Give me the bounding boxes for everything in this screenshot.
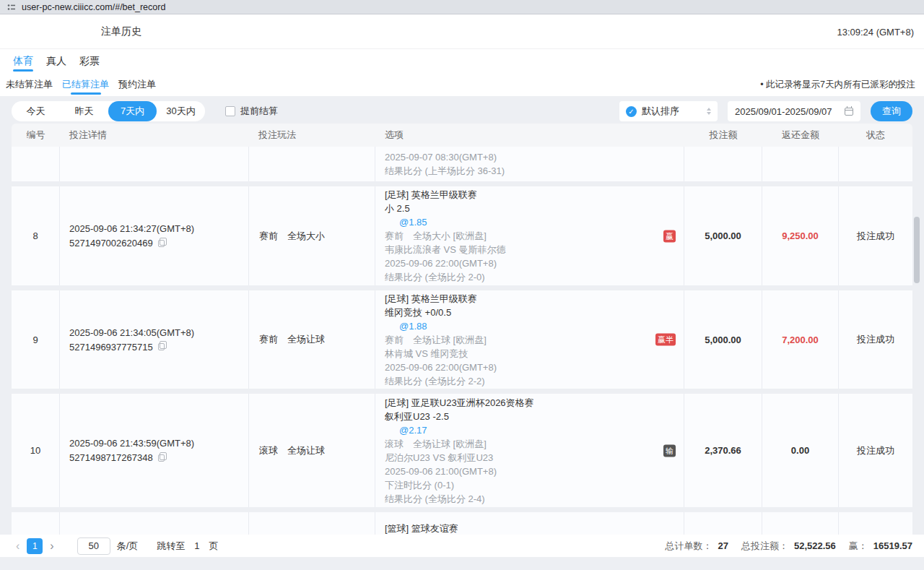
payout-cell: 7,200.00 — [762, 290, 839, 389]
early-settle-checkbox-wrap[interactable]: 提前结算 — [225, 105, 278, 118]
search-button[interactable]: 查询 — [871, 101, 912, 121]
option-meta-line: 结果比分 (全场比分 2-4) — [385, 492, 652, 506]
bet-detail-cell: 2025-09-06 21:34:05(GMT+8)52714969377757… — [60, 290, 249, 389]
option-meta-line: 结果比分 (全场比分 2-2) — [385, 374, 652, 388]
payout-cell — [762, 147, 839, 181]
bet-time: 2025-09-06 21:34:27(GMT+8) — [69, 223, 248, 234]
option-selection-line: 维冈竞技 +0/0.5@1.88 — [385, 306, 652, 333]
table-row: 82025-09-06 21:34:27(GMT+8)5271497002620… — [12, 186, 912, 285]
table-row: [篮球] 篮球友谊赛 — [12, 512, 912, 535]
option-title-line: [足球] 英格兰甲级联赛 — [385, 188, 652, 202]
option-title-line: [足球] 英格兰甲级联赛 — [385, 292, 652, 306]
bet-time: 2025-09-06 21:34:05(GMT+8) — [69, 327, 248, 338]
page-size-input[interactable] — [77, 537, 110, 555]
row-id-cell: 10 — [12, 394, 60, 507]
stake-cell: 5,000.00 — [684, 186, 762, 285]
option-title-line: [篮球] 篮球友谊赛 — [385, 522, 652, 535]
stake-cell: 5,000.00 — [684, 290, 762, 389]
current-page-button[interactable]: 1 — [27, 538, 43, 554]
status-cell: 投注成功 — [839, 186, 912, 285]
subtab-unsettled[interactable]: 未结算注单 — [6, 73, 53, 96]
tab-lottery[interactable]: 彩票 — [79, 49, 100, 73]
page-title: 注单历史 — [101, 25, 141, 38]
option-meta-line: 尼泊尔U23 VS 叙利亚U23 — [385, 451, 652, 465]
tab-sports[interactable]: 体育 — [13, 49, 33, 73]
option-meta-line: 2025-09-06 22:00(GMT+8) — [385, 360, 652, 374]
copy-icon[interactable] — [158, 343, 165, 350]
option-meta-line: 下注时比分 (0-1) — [385, 478, 652, 492]
option-meta-line: 结果比分 (全场比分 2-0) — [385, 270, 652, 284]
check-circle-icon: ✓ — [626, 106, 637, 117]
status-cell — [839, 147, 912, 181]
subtab-settled[interactable]: 已结算注单 — [62, 73, 109, 96]
status-subtabs: 未结算注单 已结算注单 预约注单 • 此记录将显示7天内所有已派彩的投注 — [0, 73, 924, 96]
status-cell: 投注成功 — [839, 394, 912, 507]
header-detail: 投注详情 — [60, 124, 249, 147]
pagination-bar: ‹ 1 › 条/页 跳转至 1 页 总计单数： 27 总投注额： 52,522.… — [0, 535, 924, 557]
record-notice: • 此记录将显示7天内所有已派彩的投注 — [760, 79, 915, 91]
quick-date-filters: 今天 昨天 7天内 30天内 — [12, 101, 205, 121]
subtab-reserved[interactable]: 预约注单 — [118, 73, 156, 96]
option-selection-line: 叙利亚U23 -2.5@2.17 — [385, 410, 652, 437]
category-tabs: 体育 真人 彩票 — [0, 49, 924, 73]
row-id-cell — [12, 147, 60, 181]
option-meta-line: 赛前 全场大小 [欧洲盘] — [385, 229, 652, 243]
table-header: 编号 投注详情 投注玩法 选项 投注额 返还金额 状态 — [12, 124, 912, 147]
bet-detail-cell: 2025-09-06 21:34:27(GMT+8)52714970026204… — [60, 186, 249, 285]
option-title-line: [足球] 亚足联U23亚洲杯2026资格赛 — [385, 396, 652, 410]
option-cell: 2025-09-07 08:30(GMT+8)结果比分 (上半场比分 36-31… — [375, 147, 684, 181]
filter-30days[interactable]: 30天内 — [157, 101, 205, 121]
option-meta-line: 林肯城 VS 维冈竞技 — [385, 347, 652, 360]
early-settle-label: 提前结算 — [240, 105, 278, 118]
copy-icon[interactable] — [158, 240, 165, 247]
play-type-cell — [249, 512, 375, 535]
prev-page-icon[interactable]: ‹ — [12, 540, 24, 552]
odds-value: @1.85 — [399, 215, 652, 229]
sorter-caret-icon — [707, 108, 711, 115]
header-id: 编号 — [12, 124, 60, 147]
vertical-scrollbar-thumb[interactable] — [914, 217, 920, 283]
option-meta-line: 结果比分 (上半场比分 36-31) — [385, 164, 652, 178]
bet-ticket-line: 5271498717267348 — [69, 452, 248, 463]
stake-cell — [684, 512, 762, 535]
payout-cell — [762, 512, 839, 535]
ticket-number: 5271498717267348 — [69, 452, 153, 463]
selection-text: 维冈竞技 +0/0.5 — [385, 306, 652, 319]
sort-select[interactable]: ✓ 默认排序 — [619, 101, 718, 121]
option-cell: [足球] 亚足联U23亚洲杯2026资格赛叙利亚U23 -2.5@2.17滚球 … — [375, 394, 684, 507]
total-stake-value: 52,522.56 — [794, 540, 836, 551]
filter-yesterday[interactable]: 昨天 — [60, 101, 108, 121]
total-stake-label: 总投注额： — [741, 540, 788, 553]
filter-today[interactable]: 今天 — [12, 101, 60, 121]
row-id-cell: 9 — [12, 290, 60, 389]
date-range-picker[interactable]: 2025/09/01-2025/09/07 — [728, 101, 860, 121]
page-header: 注单历史 13:09:24 (GMT+8) 体育 真人 彩票 未结算注单 已结算… — [0, 14, 924, 96]
payout-cell: 0.00 — [762, 394, 839, 507]
header-status: 状态 — [839, 124, 912, 147]
server-clock: 13:09:24 (GMT+8) — [837, 26, 914, 37]
total-win-label: 赢： — [849, 540, 868, 553]
table-body: 2025-09-07 08:30(GMT+8)结果比分 (上半场比分 36-31… — [12, 147, 912, 535]
option-cell: [足球] 英格兰甲级联赛小 2.5@1.85赛前 全场大小 [欧洲盘]韦康比流浪… — [375, 186, 684, 285]
next-page-icon[interactable]: › — [45, 540, 58, 552]
early-settle-checkbox[interactable] — [225, 106, 235, 116]
option-meta-line: 2025-09-06 22:00(GMT+8) — [385, 256, 652, 270]
bet-detail-cell — [60, 147, 249, 181]
browser-address-bar[interactable]: user-pc-new.ciiicc.com/#/bet_record — [0, 0, 924, 14]
status-cell: 投注成功 — [839, 290, 912, 389]
option-meta-line: 韦康比流浪者 VS 曼斯菲尔德 — [385, 243, 652, 256]
option-meta-line: 2025-09-07 08:30(GMT+8) — [385, 150, 652, 164]
stake-cell: 2,370.66 — [684, 394, 762, 507]
row-id-cell — [12, 512, 60, 535]
tab-live[interactable]: 真人 — [46, 49, 66, 73]
bet-detail-cell: 2025-09-06 21:43:59(GMT+8)52714987172673… — [60, 394, 249, 507]
header-option: 选项 — [375, 124, 684, 147]
sort-selected-value: 默认排序 — [642, 105, 679, 118]
status-cell — [839, 512, 912, 535]
per-page-label: 条/页 — [117, 540, 139, 553]
jump-page-input[interactable]: 1 — [194, 540, 199, 551]
table-row: 92025-09-06 21:34:05(GMT+8)5271496937775… — [12, 290, 912, 389]
copy-icon[interactable] — [158, 454, 165, 462]
bet-record-table: 编号 投注详情 投注玩法 选项 投注额 返还金额 状态 2025-09-07 0… — [12, 124, 912, 535]
filter-7days[interactable]: 7天内 — [108, 101, 157, 121]
